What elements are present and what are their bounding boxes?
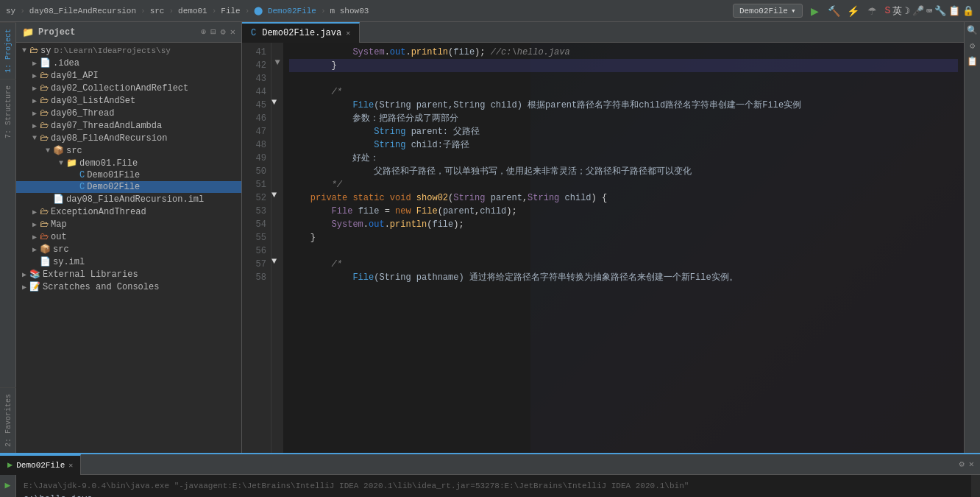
run-scrollbar[interactable]	[971, 475, 980, 497]
profile-button[interactable]: ⚡	[845, 3, 862, 19]
editor-tab-close[interactable]: ✕	[346, 29, 350, 38]
tree-day03[interactable]: ▶ 🗁 day03_ListAndSet	[16, 94, 241, 107]
add-icon[interactable]: ⊕	[201, 27, 206, 38]
tree-out[interactable]: ▶ 🗁 out	[16, 230, 241, 243]
sep2: ›	[141, 7, 146, 15]
editor-tab-label: Demo02File.java	[262, 28, 341, 38]
breadcrumb-day08[interactable]: day08_FileAndRecursion	[29, 7, 136, 15]
run-close-icon[interactable]: ✕	[969, 459, 974, 470]
code-line-57: /*	[289, 258, 958, 271]
tree-day06[interactable]: ▶ 🗁 day06_Thread	[16, 107, 241, 119]
lang-en[interactable]: 英	[892, 4, 902, 18]
coverage-button[interactable]: ☂	[864, 3, 881, 19]
day02-arrow: ▶	[29, 84, 40, 93]
day08iml-icon: 📄	[53, 194, 64, 205]
sep6: ›	[321, 7, 326, 15]
tree-map[interactable]: ▶ 🗁 Map	[16, 218, 241, 230]
settings-icon[interactable]: ⚙	[221, 27, 226, 38]
project-folder-icon: 📁	[22, 27, 34, 38]
right-toolbar: Demo02File ▾ ▶ 🔨 ⚡ ☂ S 英 ☽ 🎤 ⌨ 🔧 📋 🔒	[733, 3, 974, 19]
tree-demo01pkg[interactable]: ▼ 📁 demo01.File	[16, 157, 241, 169]
day01-icon: 🗁	[40, 70, 49, 81]
day08-icon: 🗁	[40, 133, 49, 144]
tree-day02[interactable]: ▶ 🗁 day02_CollectionAndReflect	[16, 82, 241, 94]
tree-ext-libs[interactable]: ▶ 📚 External Libraries	[16, 268, 241, 281]
tree-day07[interactable]: ▶ 🗁 day07_ThreadAndLambda	[16, 119, 241, 132]
day07-arrow: ▶	[29, 121, 40, 130]
run-tab-demo02file[interactable]: ▶ Demo02File ✕	[0, 454, 81, 475]
sep5: ›	[245, 7, 250, 15]
tab-favorites[interactable]: 2: Favorites	[0, 387, 16, 453]
breadcrumb-demo02file[interactable]: ⬤ Demo02File	[254, 6, 316, 15]
breadcrumb-sy[interactable]: sy	[6, 7, 15, 15]
breadcrumb: sy › day08_FileAndRecursion › src › demo…	[6, 6, 728, 15]
day02-label: day02_CollectionAndReflect	[51, 83, 188, 94]
tab-project[interactable]: 1: Project	[0, 22, 16, 79]
right-icon-2[interactable]: ⚙	[970, 40, 975, 52]
project-header: 📁 Project ⊕ ⊟ ⚙ ✕	[16, 22, 241, 43]
out-icon: 🗁	[40, 231, 49, 242]
code-line-43	[289, 72, 958, 85]
demo01file-icon: C	[79, 170, 85, 180]
tree-idea[interactable]: ▶ 📄 .idea	[16, 57, 241, 69]
breadcrumb-src[interactable]: src	[150, 7, 165, 15]
tree-day01[interactable]: ▶ 🗁 day01_API	[16, 69, 241, 82]
tree-scratches[interactable]: ▶ 📝 Scratches and Consoles	[16, 281, 241, 293]
tree-day08[interactable]: ▼ 🗁 day08_FileAndRecursion	[16, 132, 241, 144]
keyboard-icon[interactable]: ⌨	[926, 5, 932, 17]
build-button[interactable]: 🔨	[826, 3, 842, 19]
run-output[interactable]: E:\Java\jdk-9.0.4\bin\java.exe "-javaage…	[16, 475, 971, 497]
tree-root[interactable]: ▼ 🗁 sy D:\Learn\IdeaProjects\sy	[16, 44, 241, 57]
day07-label: day07_ThreadAndLambda	[51, 121, 162, 131]
project-panel: 📁 Project ⊕ ⊟ ⚙ ✕ ▼ 🗁 sy D:\Learn\IdeaPr…	[16, 22, 242, 453]
tree-demo01file[interactable]: ▶ C Demo01File	[16, 169, 241, 181]
right-icon-3[interactable]: 📋	[967, 56, 978, 67]
run-button[interactable]: ▶	[807, 3, 823, 19]
moon-icon[interactable]: ☽	[904, 5, 910, 17]
tree-day08iml[interactable]: ▶ 📄 day08_FileAndRecursion.iml	[16, 193, 241, 205]
tree-demo02file[interactable]: ▶ C Demo02File	[16, 181, 241, 193]
run-tab-label: Demo02File	[16, 461, 65, 470]
out-label: out	[51, 232, 67, 242]
editor-area: C Demo02File.java ✕ 41 42 43 44 45 46 47…	[242, 22, 964, 453]
run-tab-close[interactable]: ✕	[68, 461, 73, 470]
editor-tab-demo02file[interactable]: C Demo02File.java ✕	[242, 22, 360, 43]
collapse-icon[interactable]: ⊟	[210, 27, 216, 38]
project-title: Project	[38, 27, 196, 38]
close-panel-icon[interactable]: ✕	[230, 27, 235, 38]
code-line-50: 父路径和子路径，可以单独书写，使用起来非常灵活；父路径和子路径都可以变化	[289, 165, 958, 178]
run-settings-icon[interactable]: ⚙	[959, 459, 965, 470]
run-config-selector[interactable]: Demo02File ▾	[733, 4, 803, 18]
day02-icon: 🗁	[40, 82, 49, 94]
tree-src[interactable]: ▼ 📦 src	[16, 144, 241, 157]
project-tree: ▼ 🗁 sy D:\Learn\IdeaProjects\sy ▶ 📄 .ide…	[16, 43, 241, 453]
breadcrumb-show03[interactable]: m show03	[330, 7, 369, 15]
breadcrumb-file[interactable]: File	[221, 7, 240, 15]
breadcrumb-demo01[interactable]: demo01	[178, 7, 207, 15]
rerun-button[interactable]: ▶	[4, 478, 13, 493]
tree-syiml[interactable]: ▶ 📄 sy.iml	[16, 255, 241, 268]
syiml-icon: 📄	[40, 256, 51, 267]
run-toolbar: ▶ ■ ⤓ ↑ ↓ ↩ 🗑 📌	[0, 475, 16, 497]
tools-icon2[interactable]: 📋	[948, 5, 960, 17]
run-output-hello: c:\hello.java	[24, 493, 964, 497]
code-line-58: File(String pathname) 通过将给定路径名字符串转换为抽象路径…	[289, 271, 958, 284]
tools-icon3[interactable]: 🔒	[962, 5, 974, 17]
scratches-icon: 📝	[29, 281, 40, 292]
code-line-44: /*	[289, 85, 958, 99]
root-label: sy	[40, 46, 51, 56]
code-content[interactable]: System.out.println(file); //c:\hello.jav…	[283, 43, 964, 453]
exception-label: ExceptionAndThread	[51, 207, 146, 217]
sogou-icon[interactable]: S	[885, 5, 891, 16]
sep3: ›	[168, 7, 174, 15]
exception-arrow: ▶	[29, 208, 40, 216]
mic-icon[interactable]: 🎤	[912, 5, 924, 17]
code-line-49: 好处：	[289, 152, 958, 165]
tree-exception[interactable]: ▶ 🗁 ExceptionAndThread	[16, 205, 241, 218]
tools-icon1[interactable]: 🔧	[934, 5, 946, 17]
idea-icon: 📄	[40, 57, 51, 68]
tab-structure[interactable]: 7: Structure	[0, 79, 16, 144]
right-icon-1[interactable]: 🔍	[967, 25, 978, 36]
tree-src2[interactable]: ▶ 📦 src	[16, 243, 241, 255]
code-editor: 41 42 43 44 45 46 47 48 49 50 51 52 53 5…	[242, 43, 964, 453]
